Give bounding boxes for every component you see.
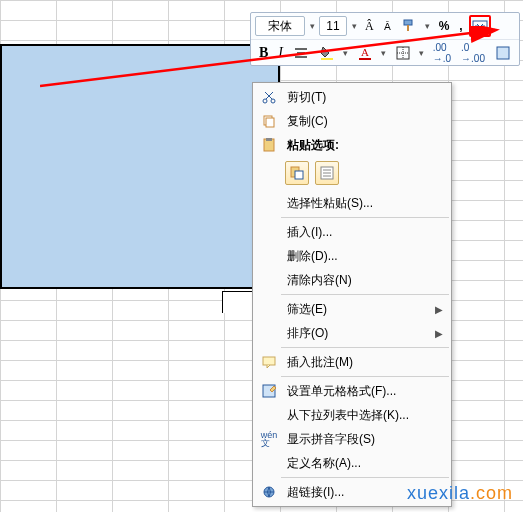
format-button[interactable] xyxy=(491,42,515,64)
separator xyxy=(281,376,449,377)
merge-center-button[interactable] xyxy=(469,15,491,37)
submenu-arrow-icon: ▶ xyxy=(435,328,443,339)
menu-insert[interactable]: 插入(I)... xyxy=(253,220,451,244)
percent-button[interactable]: % xyxy=(435,15,454,37)
font-size-value: 11 xyxy=(326,19,339,33)
scissors-icon xyxy=(261,89,277,105)
paste-option-values[interactable] xyxy=(315,161,339,185)
chevron-down-icon[interactable]: ▾ xyxy=(423,21,433,31)
font-size-select[interactable]: 11 xyxy=(319,16,347,36)
format-icon xyxy=(495,45,511,61)
paste-all-icon xyxy=(289,165,305,181)
svg-point-10 xyxy=(271,99,275,103)
watermark: xuexila.com xyxy=(407,483,513,504)
svg-rect-14 xyxy=(266,138,272,141)
chevron-down-icon[interactable]: ▾ xyxy=(349,21,359,31)
bucket-icon xyxy=(319,45,335,61)
menu-insert-label: 插入(I)... xyxy=(281,224,443,241)
format-cells-icon xyxy=(261,383,277,399)
svg-rect-7 xyxy=(497,47,509,59)
paste-values-icon xyxy=(319,165,335,181)
chevron-down-icon[interactable]: ▾ xyxy=(417,48,427,58)
clipboard-icon xyxy=(261,137,277,153)
hyperlink-icon xyxy=(261,484,277,500)
svg-point-9 xyxy=(263,99,267,103)
menu-define-name[interactable]: 定义名称(A)... xyxy=(253,451,451,475)
menu-sort[interactable]: 排序(O) ▶ xyxy=(253,321,451,345)
comment-icon xyxy=(261,354,277,370)
comma-button[interactable]: , xyxy=(455,15,466,37)
svg-rect-16 xyxy=(295,171,303,179)
separator xyxy=(281,217,449,218)
italic-button[interactable]: I xyxy=(274,42,287,64)
menu-sort-label: 排序(O) xyxy=(281,325,435,342)
menu-paste-special-label: 选择性粘贴(S)... xyxy=(281,195,443,212)
menu-define-name-label: 定义名称(A)... xyxy=(281,455,443,472)
menu-clear[interactable]: 清除内容(N) xyxy=(253,268,451,292)
chevron-down-icon[interactable]: ▾ xyxy=(379,48,389,58)
paste-options-row xyxy=(253,157,451,191)
menu-delete[interactable]: 删除(D)... xyxy=(253,244,451,268)
menu-filter-label: 筛选(E) xyxy=(281,301,435,318)
italic-label: I xyxy=(278,45,283,61)
menu-cut-label: 剪切(T) xyxy=(281,89,443,106)
borders-button[interactable] xyxy=(391,42,415,64)
bold-label: B xyxy=(259,45,268,61)
menu-dropdown-label: 从下拉列表中选择(K)... xyxy=(281,407,443,424)
font-name-select[interactable]: 宋体 xyxy=(255,16,305,36)
decrease-decimal-button[interactable]: .00→.0 xyxy=(429,42,455,64)
svg-rect-12 xyxy=(266,118,274,127)
paste-header-label: 粘贴选项: xyxy=(281,137,443,154)
merge-icon xyxy=(472,18,488,34)
menu-comment-label: 插入批注(M) xyxy=(281,354,443,371)
menu-clear-label: 清除内容(N) xyxy=(281,272,443,289)
fill-color-button[interactable] xyxy=(315,42,339,64)
menu-cut[interactable]: 剪切(T) xyxy=(253,85,451,109)
bold-button[interactable]: B xyxy=(255,42,272,64)
watermark-part1: xuexila xyxy=(407,483,470,503)
font-color-button[interactable]: A xyxy=(353,42,377,64)
brush-icon xyxy=(401,18,417,34)
menu-format-cells[interactable]: 设置单元格格式(F)... xyxy=(253,379,451,403)
chevron-down-icon[interactable]: ▾ xyxy=(341,48,351,58)
separator xyxy=(281,294,449,295)
menu-copy-label: 复制(C) xyxy=(281,113,443,130)
menu-copy[interactable]: 复制(C) xyxy=(253,109,451,133)
shrink-font-button[interactable]: Ǎ xyxy=(380,15,395,37)
watermark-part2: .com xyxy=(470,483,513,503)
border-icon xyxy=(395,45,411,61)
grow-font-button[interactable]: Â xyxy=(361,15,378,37)
increase-decimal-button[interactable]: .0→.00 xyxy=(457,42,489,64)
paste-option-all[interactable] xyxy=(285,161,309,185)
menu-delete-label: 删除(D)... xyxy=(281,248,443,265)
cell-selection[interactable] xyxy=(0,44,280,289)
mini-toolbar: 宋体 ▾ 11 ▾ Â Ǎ ▾ % , B I ▾ A ▾ ▾ .00→.0… xyxy=(250,12,520,66)
svg-rect-0 xyxy=(404,20,412,25)
menu-filter[interactable]: 筛选(E) ▶ xyxy=(253,297,451,321)
font-name-value: 宋体 xyxy=(268,18,292,35)
svg-rect-1 xyxy=(407,25,409,31)
svg-rect-3 xyxy=(321,58,333,60)
menu-paste-special[interactable]: 选择性粘贴(S)... xyxy=(253,191,451,215)
menu-paste-header: 粘贴选项: xyxy=(253,133,451,157)
menu-pinyin-label: 显示拼音字段(S) xyxy=(281,431,443,448)
menu-pinyin[interactable]: wén文 显示拼音字段(S) xyxy=(253,427,451,451)
font-color-icon: A xyxy=(357,45,373,61)
svg-rect-5 xyxy=(359,58,371,60)
menu-dropdown-select[interactable]: 从下拉列表中选择(K)... xyxy=(253,403,451,427)
svg-rect-18 xyxy=(263,357,275,365)
chevron-down-icon[interactable]: ▾ xyxy=(307,21,317,31)
separator xyxy=(281,477,449,478)
pinyin-icon: wén文 xyxy=(261,431,278,447)
format-painter-button[interactable] xyxy=(397,15,421,37)
context-menu: 剪切(T) 复制(C) 粘贴选项: 选择性粘贴(S)... 插入(I)... 删… xyxy=(252,82,452,507)
menu-comment[interactable]: 插入批注(M) xyxy=(253,350,451,374)
copy-icon xyxy=(261,113,277,129)
align-icon xyxy=(293,45,309,61)
menu-format-label: 设置单元格格式(F)... xyxy=(281,383,443,400)
submenu-arrow-icon: ▶ xyxy=(435,304,443,315)
svg-text:A: A xyxy=(361,46,369,58)
separator xyxy=(281,347,449,348)
align-center-button[interactable] xyxy=(289,42,313,64)
